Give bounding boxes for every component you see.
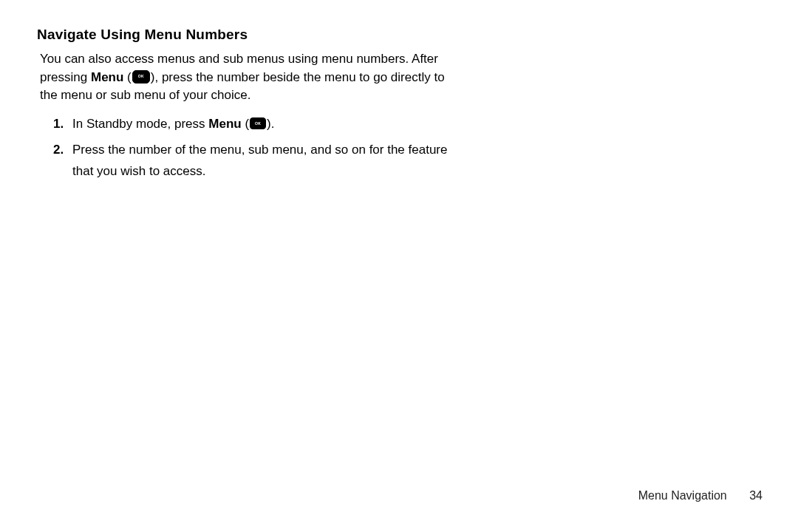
ok-key-icon [250,117,266,129]
steps-list: 1. In Standby mode, press Menu (). 2. Pr… [53,114,467,183]
page-footer: Menu Navigation 34 [638,489,763,502]
document-page: Navigate Using Menu Numbers You can also… [0,0,798,532]
page-heading: Navigate Using Menu Numbers [37,27,761,43]
step-text-pre: In Standby mode, press [72,117,208,131]
intro-menu-word: Menu [91,70,123,84]
step-number: 2. [53,140,72,183]
footer-section-name: Menu Navigation [638,489,727,502]
step-number: 1. [53,114,72,135]
step-text-pre: Press the number of the menu, sub menu, … [72,143,447,178]
list-item: 2. Press the number of the menu, sub men… [53,140,467,183]
list-item: 1. In Standby mode, press Menu (). [53,114,467,135]
intro-paragraph: You can also access menus and sub menus … [40,50,454,105]
step-menu-word: Menu [208,117,241,131]
step-body: In Standby mode, press Menu (). [72,114,467,135]
ok-key-icon [132,70,150,83]
footer-page-number: 34 [749,489,763,502]
step-body: Press the number of the menu, sub menu, … [72,140,467,183]
step-text-post: . [271,117,275,131]
